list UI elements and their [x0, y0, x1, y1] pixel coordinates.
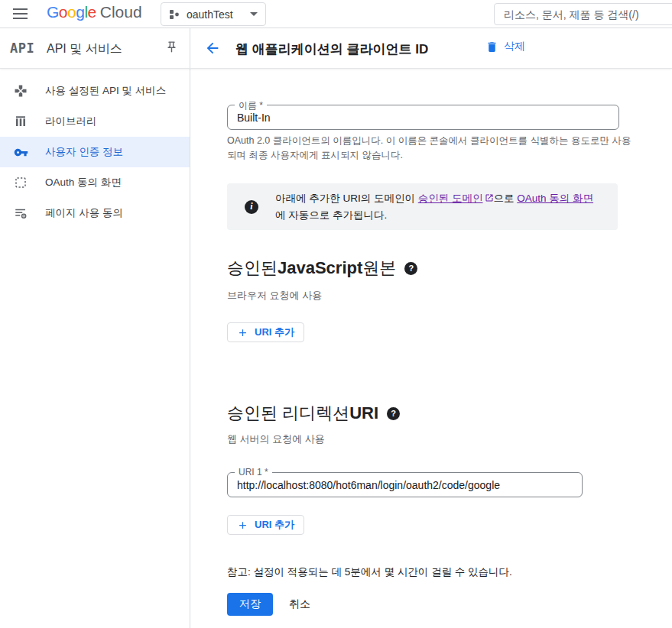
enabled-apis-icon: [13, 83, 28, 99]
authorized-domains-link[interactable]: 승인된 도메인: [418, 193, 483, 204]
help-icon[interactable]: ?: [404, 262, 417, 275]
oauth-consent-link[interactable]: OAuth 동의 화면: [517, 193, 593, 204]
external-link-icon: [485, 191, 494, 207]
subheader: API API 및 서비스 웹 애플리케이션의 클라이언트 ID 삭제: [0, 28, 672, 69]
sidebar-item-library[interactable]: 라이브러리: [0, 106, 190, 137]
google-cloud-logo: GoogleCloud: [47, 3, 142, 21]
client-name-helper: OAuth 2.0 클라이언트의 이름입니다. 이 이름은 콘솔에서 클라이언트…: [227, 134, 634, 163]
title-text: URI: [349, 403, 378, 423]
propagation-note: 참고: 설정이 적용되는 데 5분에서 몇 시간이 걸릴 수 있습니다.: [227, 565, 512, 579]
search-input[interactable]: [494, 3, 672, 25]
redirect-uri-field: URI 1 *: [227, 472, 583, 497]
save-button[interactable]: 저장: [227, 593, 273, 616]
library-icon: [13, 114, 28, 129]
delete-label: 삭제: [504, 40, 525, 53]
add-redirect-uri-button[interactable]: URI 추가: [227, 515, 304, 535]
plus-icon: [237, 327, 248, 338]
sidebar-nav: 사용 설정된 API 및 서비스 라이브러리 사용자 인증 정보 OAuth 동…: [0, 69, 190, 628]
sidebar-header: API API 및 서비스: [0, 28, 190, 68]
plus-icon: [237, 520, 248, 531]
redirect-section-subtitle: 웹 서버의 요청에 사용: [227, 432, 325, 446]
redirect-uri-input[interactable]: [228, 473, 582, 497]
banner-text-1: 아래에 추가한 URI의 도메인이: [275, 193, 418, 204]
logo-letter: o: [59, 3, 67, 21]
trash-icon: [485, 40, 498, 53]
client-name-input[interactable]: [228, 105, 618, 129]
menu-icon[interactable]: [13, 8, 28, 19]
title-text: JavaScript: [278, 258, 362, 278]
sidebar-item-page-usage[interactable]: 페이지 사용 동의: [0, 198, 190, 228]
project-selector[interactable]: oauthTest: [161, 2, 266, 26]
app-root: GoogleCloud oauthTest API API 및 서비스 웹 애플…: [0, 0, 672, 628]
sidebar-item-oauth-consent[interactable]: OAuth 동의 화면: [0, 167, 190, 198]
page-title: 웹 애플리케이션의 클라이언트 ID: [235, 40, 428, 58]
consent-screen-icon: [13, 175, 28, 190]
back-arrow-icon[interactable]: [204, 40, 222, 58]
logo-cloud-text: Cloud: [100, 3, 142, 21]
info-banner-text: 아래에 추가한 URI의 도메인이 승인된 도메인으로 OAuth 동의 화면에…: [275, 183, 609, 230]
origins-section-title: 승인된 JavaScript 원본 ?: [227, 257, 417, 280]
project-icon: [169, 9, 180, 20]
info-banner: i 아래에 추가한 URI의 도메인이 승인된 도메인으로 OAuth 동의 화…: [227, 183, 618, 230]
banner-text-2: 으로: [494, 193, 518, 204]
title-text: 원본: [362, 257, 396, 280]
info-icon: i: [245, 200, 258, 214]
pin-icon[interactable]: [165, 40, 180, 56]
chevron-down-icon: [250, 12, 258, 16]
add-uri-label: URI 추가: [255, 518, 294, 532]
page-usage-icon: [13, 206, 28, 221]
add-origin-uri-button[interactable]: URI 추가: [227, 322, 304, 342]
sidebar-item-label: 사용 설정된 API 및 서비스: [45, 84, 166, 98]
add-uri-label: URI 추가: [255, 325, 294, 339]
key-icon: [13, 144, 28, 160]
redirect-section-title: 승인된 리디렉션 URI ?: [227, 402, 400, 425]
topbar: GoogleCloud oauthTest: [0, 0, 672, 28]
main-content: 이름 * OAuth 2.0 클라이언트의 이름입니다. 이 이름은 콘솔에서 …: [190, 69, 672, 628]
sidebar-item-enabled-apis[interactable]: 사용 설정된 API 및 서비스: [0, 76, 190, 106]
client-name-field: 이름 *: [227, 105, 619, 130]
origins-section-subtitle: 브라우저 요청에 사용: [227, 289, 322, 303]
redirect-uri-label: URI 1 *: [235, 467, 272, 477]
cancel-button[interactable]: 취소: [283, 593, 317, 616]
project-name: oauthTest: [187, 8, 233, 21]
logo-letter: g: [76, 3, 84, 21]
sidebar-item-label: 페이지 사용 동의: [45, 206, 123, 220]
client-name-label: 이름 *: [235, 99, 267, 112]
logo-letter: e: [88, 3, 96, 21]
banner-text-3: 에 자동으로 추가됩니다.: [275, 209, 387, 221]
api-logo: API: [10, 40, 34, 56]
sidebar-item-label: 라이브러리: [45, 115, 97, 128]
page-header: 웹 애플리케이션의 클라이언트 ID 삭제: [190, 28, 672, 68]
title-text: 승인된: [227, 257, 278, 280]
delete-button[interactable]: 삭제: [485, 40, 525, 53]
help-icon[interactable]: ?: [387, 407, 400, 420]
sidebar-item-label: 사용자 인증 정보: [45, 145, 123, 159]
logo-letter: o: [67, 3, 76, 21]
title-text: 승인된 리디렉션: [227, 402, 349, 425]
logo-letter: G: [47, 3, 59, 21]
sidebar-item-credentials[interactable]: 사용자 인증 정보: [0, 137, 190, 167]
sidebar-item-label: OAuth 동의 화면: [45, 176, 122, 189]
sidebar-title: API 및 서비스: [47, 41, 122, 57]
